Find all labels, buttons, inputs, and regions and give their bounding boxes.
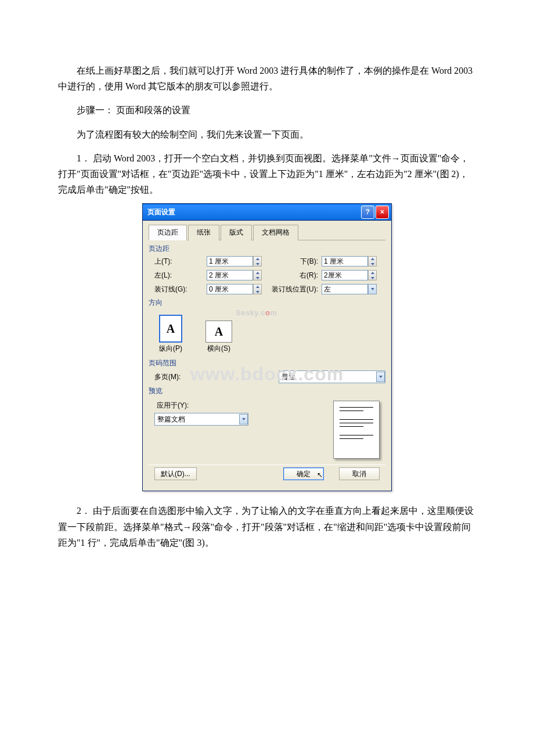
paragraph: 1． 启动 Word 2003，打开一个空白文档，并切换到页面视图。选择菜单"文… — [58, 150, 476, 198]
paragraph: 2． 由于后面要在自选图形中输入文字，为了让输入的文字在垂直方向上看起来居中，这… — [58, 503, 476, 550]
tab-layout[interactable]: 版式 — [221, 225, 252, 240]
dialog-title: 页面设置 — [147, 207, 175, 217]
section-orient-title: 方向 — [149, 298, 385, 308]
multi-label: 多页(M): — [154, 372, 201, 382]
tab-paper[interactable]: 纸张 — [188, 225, 219, 240]
titlebar[interactable]: 页面设置 ? × — [143, 204, 391, 221]
tab-margins[interactable]: 页边距 — [149, 225, 187, 240]
left-input[interactable] — [207, 270, 253, 280]
apply-label: 应用于(Y): — [154, 401, 248, 411]
multi-value: 普通 — [279, 372, 376, 382]
close-icon: × — [380, 208, 384, 216]
gutter-pos-input[interactable] — [322, 284, 368, 294]
margins-grid: 上(T): 下(B): 左(L): 右(R): 装订线(G): 装订线位置(U)… — [149, 256, 385, 294]
landscape-icon: A — [205, 321, 232, 343]
dialog-body: 页边距 纸张 版式 文档网格 页边距 上(T): 下(B): 左(L): 右(R… — [143, 221, 391, 491]
right-label: 右(R): — [264, 271, 322, 280]
landscape-option[interactable]: A 横向(S) — [205, 321, 232, 354]
preview-page-icon — [333, 401, 380, 459]
bottom-spinner[interactable] — [368, 256, 377, 267]
gutter-spinner[interactable] — [253, 284, 262, 294]
gutter-input[interactable] — [207, 284, 253, 294]
gutter-pos-label: 装订线位置(U): — [264, 285, 322, 294]
top-spinner[interactable] — [253, 256, 262, 267]
left-label: 左(L): — [154, 271, 207, 280]
paragraph: 为了流程图有较大的绘制空间，我们先来设置一下页面。 — [58, 127, 476, 142]
paragraph: 步骤一： 页面和段落的设置 — [58, 102, 476, 118]
help-icon: ? — [366, 208, 370, 216]
left-spinner[interactable] — [253, 270, 262, 280]
section-margins-title: 页边距 — [149, 244, 385, 254]
section-range-title: 页码范围 — [149, 358, 385, 368]
section-preview-title: 预览 — [149, 386, 385, 396]
page-setup-dialog: 页面设置 ? × 页边距 纸张 版式 文档网格 页边距 上(T): 下(B): — [142, 203, 392, 491]
right-spinner[interactable] — [368, 270, 377, 280]
multi-select[interactable]: 普通 — [279, 370, 385, 383]
chevron-down-icon — [239, 414, 248, 424]
top-label: 上(T): — [154, 257, 207, 267]
document-page: 在纸上画好草图之后，我们就可以打开 Word 2003 进行具体的制作了，本例的… — [0, 0, 534, 582]
apply-block: 应用于(Y): 整篇文档 — [154, 401, 248, 459]
close-button[interactable]: × — [376, 206, 389, 219]
portrait-icon: A — [159, 315, 182, 343]
right-input[interactable] — [322, 270, 368, 280]
tabs: 页边距 纸张 版式 文档网格 — [149, 224, 385, 240]
tab-grid[interactable]: 文档网格 — [253, 225, 298, 240]
default-button[interactable]: 默认(D)... — [154, 467, 197, 480]
page-range-section: 页码范围 多页(M): 普通 — [149, 358, 385, 383]
paragraph: 在纸上画好草图之后，我们就可以打开 Word 2003 进行具体的制作了，本例的… — [58, 63, 476, 94]
apply-value: 整篇文档 — [155, 415, 239, 424]
orientation-section: 方向 A 纵向(P) A 横向(S) Sesky.com — [149, 298, 385, 355]
landscape-label: 横向(S) — [207, 344, 230, 354]
watermark-small: Sesky.com — [236, 308, 277, 317]
preview-section: 预览 应用于(Y): 整篇文档 — [149, 386, 385, 465]
bottom-input[interactable] — [322, 256, 368, 267]
apply-select[interactable]: 整篇文档 — [154, 413, 248, 426]
portrait-label: 纵向(P) — [159, 344, 182, 354]
chevron-down-icon — [376, 372, 385, 382]
cursor-icon: ↖ — [317, 471, 323, 484]
top-input[interactable] — [207, 256, 253, 267]
dialog-buttons: 默认(D)... 确定 ↖ 取消 — [149, 465, 385, 485]
cancel-button[interactable]: 取消 — [339, 467, 380, 480]
bottom-label: 下(B): — [264, 257, 322, 267]
gutter-pos-dropdown[interactable] — [368, 284, 377, 294]
help-button[interactable]: ? — [361, 206, 374, 219]
portrait-option[interactable]: A 纵向(P) — [159, 315, 182, 354]
gutter-label: 装订线(G): — [154, 285, 207, 294]
